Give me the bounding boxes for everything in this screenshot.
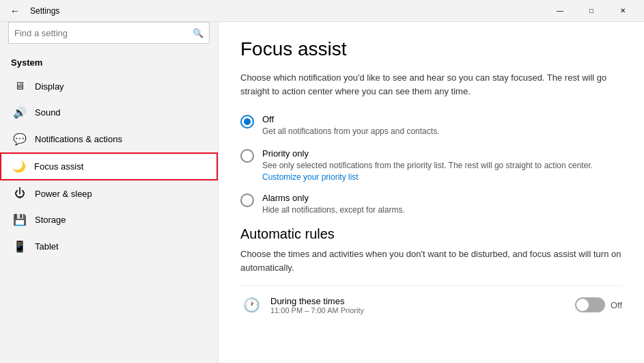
sidebar-label-focus-assist: Focus assist [34,161,83,172]
automatic-rules-title: Automatic rules [240,226,622,242]
main-layout: 🔍 System 🖥 Display 🔊 Sound 💬 Notificatio… [0,22,644,363]
radio-alarms-sublabel: Hide all notifications, except for alarm… [262,204,405,216]
close-button[interactable]: ✕ [607,0,639,22]
back-icon: ← [10,5,20,16]
sidebar: 🔍 System 🖥 Display 🔊 Sound 💬 Notificatio… [0,22,219,363]
customize-priority-link[interactable]: Customize your priority list [262,172,359,182]
minimize-button[interactable]: — [544,0,576,22]
sidebar-item-sound[interactable]: 🔊 Sound [0,99,218,126]
sound-icon: 🔊 [13,106,27,119]
radio-priority-sublabel: See only selected notifications from the… [262,160,593,172]
page-title: Focus assist [240,38,622,60]
sidebar-item-notifications[interactable]: 💬 Notifications & actions [0,126,218,152]
sidebar-item-tablet[interactable]: 📱 Tablet [0,233,218,260]
sidebar-label-notifications: Notifications & actions [35,134,122,144]
app-title: Settings [30,6,59,16]
radio-alarms-button[interactable] [240,193,254,207]
sidebar-label-tablet: Tablet [35,241,59,252]
radio-alarms-label: Alarms only [262,193,405,203]
sidebar-item-display[interactable]: 🖥 Display [0,73,218,99]
rule-sublabel: 11:00 PM – 7:00 AM Priority [270,306,575,314]
search-box[interactable]: 🔍 [8,22,210,44]
back-button[interactable]: ← [5,1,25,21]
maximize-button[interactable]: □ [576,0,607,22]
sidebar-label-storage: Storage [35,215,66,225]
radio-off-label: Off [262,114,439,124]
storage-icon: 💾 [13,213,27,226]
sidebar-label-display: Display [35,81,64,92]
system-label: System [0,49,218,73]
radio-option-off[interactable]: Off Get all notifications from your apps… [240,114,622,137]
radio-option-priority[interactable]: Priority only See only selected notifica… [240,148,622,182]
focus-assist-icon: 🌙 [12,160,26,173]
sidebar-label-sound: Sound [35,107,61,118]
power-icon: ⏻ [13,187,27,200]
notifications-icon: 💬 [13,133,27,146]
sidebar-item-power-sleep[interactable]: ⏻ Power & sleep [0,180,218,206]
rule-during-these-times: 🕐 During these times 11:00 PM – 7:00 AM … [240,285,622,324]
search-icon: 🔍 [193,28,204,38]
content-area: Focus assist Choose which notification y… [219,22,644,363]
automatic-rules-desc: Choose the times and activities when you… [240,247,622,274]
search-input[interactable] [14,28,193,38]
rule-label: During these times [270,296,575,306]
sidebar-item-focus-assist[interactable]: 🌙 Focus assist [0,152,218,180]
radio-priority-button[interactable] [240,149,254,163]
content-description: Choose which notification you'd like to … [240,71,622,98]
toggle-label: Off [611,300,622,310]
tablet-icon: 📱 [13,240,27,253]
toggle-knob [576,299,589,311]
sidebar-item-storage[interactable]: 💾 Storage [0,206,218,233]
radio-off-sublabel: Get all notifications from your apps and… [262,126,439,137]
title-bar: ← Settings — □ ✕ [0,0,644,22]
display-icon: 🖥 [13,80,27,92]
radio-off-button[interactable] [240,115,254,129]
window-controls: — □ ✕ [544,0,639,22]
radio-priority-label: Priority only [262,148,593,159]
sidebar-label-power-sleep: Power & sleep [35,189,92,199]
during-times-toggle[interactable] [575,297,605,312]
radio-option-alarms[interactable]: Alarms only Hide all notifications, exce… [240,193,622,216]
clock-icon: 🕐 [240,294,262,316]
